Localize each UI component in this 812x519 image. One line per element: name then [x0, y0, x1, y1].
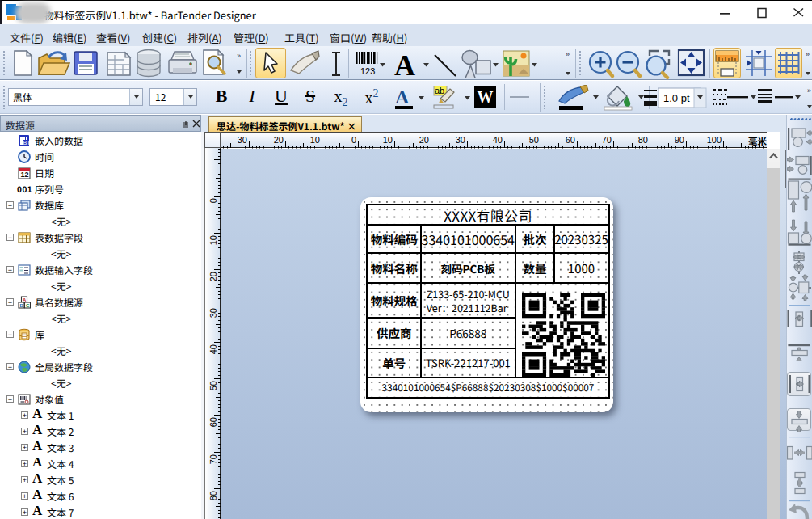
svg-text:A: A	[23, 297, 27, 302]
svg-text:30: 30	[208, 308, 218, 318]
svg-text:70: 70	[602, 135, 612, 145]
svg-text:10: 10	[383, 135, 393, 145]
svg-text:123: 123	[360, 66, 375, 76]
svg-text:-10: -10	[307, 135, 320, 145]
svg-text:1.0 pt: 1.0 pt	[663, 92, 690, 104]
svg-text:50: 50	[208, 381, 218, 390]
svg-text:40: 40	[208, 344, 218, 354]
svg-text:80: 80	[638, 135, 648, 145]
svg-text:0: 0	[351, 135, 356, 145]
svg-text:A: A	[394, 49, 415, 78]
svg-text:-30: -30	[234, 135, 247, 145]
svg-text:12: 12	[21, 171, 29, 179]
svg-text:A: A	[395, 86, 410, 108]
svg-text:100: 100	[707, 135, 722, 145]
svg-text:ab: ab	[435, 86, 444, 95]
svg-text:20: 20	[208, 272, 218, 281]
svg-text:B: B	[20, 303, 24, 308]
svg-text:10: 10	[208, 235, 218, 245]
svg-text:-20: -20	[271, 135, 284, 145]
svg-text:0: 0	[208, 198, 218, 203]
svg-text:80: 80	[208, 491, 218, 500]
svg-text:50: 50	[529, 135, 539, 145]
svg-text:60: 60	[208, 417, 218, 427]
svg-text:40: 40	[493, 135, 503, 145]
svg-text:C: C	[26, 303, 30, 308]
svg-text:BT: BT	[23, 140, 32, 146]
svg-text:70: 70	[208, 454, 218, 464]
svg-text:30: 30	[456, 135, 465, 145]
svg-text:60: 60	[566, 135, 575, 145]
svg-text:20: 20	[419, 135, 429, 145]
svg-text:90: 90	[675, 135, 684, 145]
